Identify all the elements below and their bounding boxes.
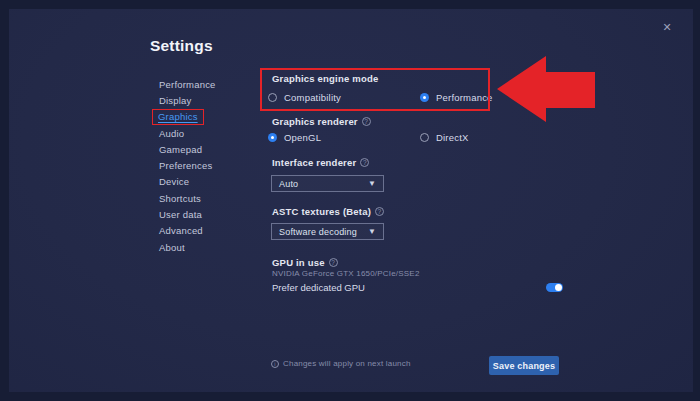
gpu-device-name: NVIDIA GeForce GTX 1650/PCIe/SSE2	[272, 269, 420, 278]
chevron-down-icon: ▼	[368, 228, 376, 236]
gpu-in-use-label: GPU in use ?	[272, 257, 338, 268]
sidebar-item-label: Graphics	[158, 111, 198, 122]
prefer-dedicated-gpu-toggle[interactable]	[546, 283, 563, 292]
astc-textures-label: ASTC textures (Beta) ?	[272, 206, 384, 217]
sidebar-item-gamepad[interactable]: Gamepad	[150, 141, 216, 157]
astc-textures-label-text: ASTC textures (Beta)	[272, 206, 371, 217]
sidebar-item-audio[interactable]: Audio	[150, 125, 216, 141]
sidebar-item-shortcuts[interactable]: Shortcuts	[150, 190, 216, 206]
gpu-in-use-label-text: GPU in use	[272, 257, 325, 268]
engine-mode-label: Graphics engine mode	[272, 73, 378, 84]
sidebar-item-device[interactable]: Device	[150, 174, 216, 190]
dropdown-value: Software decoding	[279, 227, 368, 237]
sidebar-item-user-data[interactable]: User data	[150, 206, 216, 222]
toggle-knob	[555, 284, 562, 291]
settings-dialog: ✕ Settings Performance Display Graphics …	[9, 9, 693, 392]
radio-compatibility[interactable]: Compatibility	[268, 92, 341, 103]
radio-circle-icon	[268, 93, 277, 102]
annotation-box-graphics: Graphics	[152, 109, 204, 125]
graphics-renderer-label-text: Graphics renderer	[272, 116, 358, 127]
help-icon[interactable]: ?	[375, 207, 384, 216]
help-icon[interactable]: ?	[329, 258, 338, 267]
radio-circle-icon	[268, 133, 277, 142]
help-icon[interactable]: ?	[360, 158, 369, 167]
radio-opengl[interactable]: OpenGL	[268, 132, 321, 143]
interface-renderer-label: Interface renderer ?	[272, 157, 369, 168]
annotation-arrow-icon	[497, 56, 595, 122]
restart-note-text: Changes will apply on next launch	[283, 359, 411, 368]
page-title: Settings	[150, 37, 213, 55]
interface-renderer-label-text: Interface renderer	[272, 157, 356, 168]
sidebar-item-display[interactable]: Display	[150, 92, 216, 108]
help-icon[interactable]: ?	[362, 117, 371, 126]
radio-performance[interactable]: Performance	[420, 92, 493, 103]
interface-renderer-dropdown[interactable]: Auto ▼	[271, 175, 384, 192]
sidebar-item-advanced[interactable]: Advanced	[150, 223, 216, 239]
sidebar-item-preferences[interactable]: Preferences	[150, 157, 216, 173]
sidebar-item-performance[interactable]: Performance	[150, 76, 216, 92]
chevron-down-icon: ▼	[368, 180, 376, 188]
info-icon: i	[271, 360, 279, 368]
sidebar-item-about[interactable]: About	[150, 239, 216, 255]
save-changes-button[interactable]: Save changes	[489, 356, 559, 375]
graphics-renderer-label: Graphics renderer ?	[272, 116, 371, 127]
radio-label: OpenGL	[284, 132, 321, 143]
dropdown-value: Auto	[279, 179, 368, 189]
prefer-dedicated-gpu-label: Prefer dedicated GPU	[272, 282, 365, 293]
sidebar-item-graphics[interactable]: Graphics	[150, 109, 216, 125]
engine-mode-label-text: Graphics engine mode	[272, 73, 378, 84]
settings-sidebar: Performance Display Graphics Audio Gamep…	[150, 76, 216, 255]
astc-textures-dropdown[interactable]: Software decoding ▼	[271, 223, 384, 240]
radio-label: Compatibility	[284, 92, 341, 103]
radio-directx[interactable]: DirectX	[420, 132, 469, 143]
radio-label: Performance	[436, 92, 493, 103]
restart-note: i Changes will apply on next launch	[271, 359, 411, 368]
radio-circle-icon	[420, 133, 429, 142]
radio-circle-icon	[420, 93, 429, 102]
radio-label: DirectX	[436, 132, 469, 143]
close-icon[interactable]: ✕	[659, 19, 675, 35]
